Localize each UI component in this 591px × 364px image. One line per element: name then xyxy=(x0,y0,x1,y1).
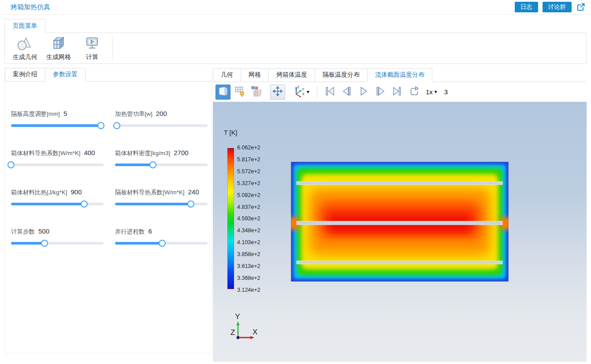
slider-value: 2700 xyxy=(174,149,188,156)
axis-label-z: Z xyxy=(230,328,235,337)
slider-label: 隔板高度调整[mm] xyxy=(11,111,60,117)
compute-monitor-icon xyxy=(83,36,101,53)
tab-parameter-settings[interactable]: 参数设置 xyxy=(45,68,85,82)
generate-mesh-button[interactable]: 生成网格 xyxy=(42,34,75,63)
fit-view-button[interactable] xyxy=(270,85,285,100)
play-icon xyxy=(357,85,370,99)
svg-text:Y: Y xyxy=(302,87,305,91)
ribbon-tabrow: 页面菜单 xyxy=(4,19,587,33)
tab-partition-temp[interactable]: 隔板温度分布 xyxy=(315,68,368,82)
colorbar-tick: 5.817e+2 xyxy=(237,157,260,163)
colorbar-tick: 3.613e+2 xyxy=(237,264,260,269)
svg-text:X: X xyxy=(302,92,305,96)
slider-thumb[interactable] xyxy=(41,240,48,247)
slider-parallel-processes: 并行进程数6 xyxy=(115,227,208,245)
mesh-view-button[interactable] xyxy=(232,85,247,100)
frame-number: 3 xyxy=(444,88,448,96)
chevron-down-icon: ▼ xyxy=(434,89,438,94)
loop-icon xyxy=(408,85,420,99)
app-header: 烤箱加热仿真 日志 讨论群 xyxy=(0,0,591,15)
slider-label: 隔板材料导热系数[W/m*K] xyxy=(115,189,185,196)
slider-box-specific-heat: 箱体材料比热[J/kg*K]900 xyxy=(11,188,115,205)
play-button[interactable] xyxy=(356,85,371,100)
slider-label: 加热管功率[w] xyxy=(115,111,152,117)
colorbar-title: T [K] xyxy=(224,129,237,136)
contour-view-icon xyxy=(250,85,263,99)
slider-label: 并行进程数 xyxy=(115,228,145,235)
slider-label: 箱体材料密度[kg/m3] xyxy=(115,150,170,156)
orientation-axes-button[interactable]: Z Y X ▼ xyxy=(291,85,312,100)
colorbar-tick: 5.082e+2 xyxy=(237,193,260,198)
solid-view-icon xyxy=(217,85,229,99)
solid-view-button[interactable] xyxy=(216,85,230,100)
tab-page-menu[interactable]: 页面菜单 xyxy=(4,19,45,33)
parameters-panel: 案例介绍 参数设置 隔板高度调整[mm]5 加热管功率[w]200 箱体材料导热… xyxy=(4,68,212,353)
loop-button[interactable] xyxy=(406,85,421,100)
slider-track[interactable] xyxy=(115,124,208,127)
slider-thumb[interactable] xyxy=(97,122,104,129)
discussion-button[interactable]: 讨论群 xyxy=(543,2,572,12)
slider-value: 200 xyxy=(156,110,167,117)
geometry-icon xyxy=(16,36,34,53)
slider-compute-steps: 计算步数500 xyxy=(11,227,115,245)
colorbar-tick: 3.858e+2 xyxy=(237,252,260,257)
contour-view-button[interactable] xyxy=(249,85,264,100)
ribbon-separator xyxy=(112,36,113,61)
speed-selector[interactable]: 1x ▼ xyxy=(426,88,438,96)
slider-box-conductivity: 箱体材料导热系数[W/m*K]400 xyxy=(11,149,115,166)
slider-track[interactable] xyxy=(11,163,104,166)
next-frame-button[interactable] xyxy=(373,85,388,100)
slider-track[interactable] xyxy=(115,203,208,205)
slider-thumb[interactable] xyxy=(81,201,88,208)
axis-label-x: X xyxy=(253,328,257,336)
slider-value: 6 xyxy=(149,227,152,235)
ribbon-action-label: 生成网格 xyxy=(46,53,71,61)
tab-geometry[interactable]: 几何 xyxy=(213,68,241,82)
visualization-panel: 几何 网格 烤箱体温度 隔板温度分布 流体截面温度分布 xyxy=(213,68,587,362)
slider-thumb[interactable] xyxy=(149,161,156,168)
fit-view-icon xyxy=(272,86,283,98)
log-button[interactable]: 日志 xyxy=(515,2,538,12)
ribbon-action-label: 生成几何 xyxy=(13,53,37,61)
colorbar-tick: 5.572e+2 xyxy=(237,169,260,175)
slider-value: 400 xyxy=(84,149,95,156)
colorbar-tick: 4.103e+2 xyxy=(237,240,260,245)
slider-partition-height: 隔板高度调整[mm]5 xyxy=(11,110,115,127)
temperature-heatmap xyxy=(291,162,509,282)
toolbar-separator xyxy=(317,86,317,98)
slider-thumb[interactable] xyxy=(187,201,194,208)
last-frame-icon xyxy=(391,85,403,99)
slider-track[interactable] xyxy=(115,242,208,245)
slider-track[interactable] xyxy=(11,203,104,205)
compute-button[interactable]: 计算 xyxy=(75,34,109,63)
mesh-cube-icon xyxy=(50,36,67,53)
last-frame-button[interactable] xyxy=(390,85,405,100)
slider-value: 900 xyxy=(71,188,82,196)
render-viewport[interactable]: T [K] 6.062e+2 5.817e+2 5.572e+2 5.327e+… xyxy=(213,102,587,362)
slider-thumb[interactable] xyxy=(113,122,120,129)
slider-thumb[interactable] xyxy=(159,240,166,247)
tab-mesh[interactable]: 网格 xyxy=(241,68,269,82)
ribbon-body: 生成几何 生成网格 xyxy=(4,33,587,64)
slider-track[interactable] xyxy=(11,242,104,245)
chevron-down-icon: ▼ xyxy=(306,89,310,94)
external-link-icon[interactable] xyxy=(576,2,586,12)
first-frame-button[interactable] xyxy=(323,85,338,100)
slider-thumb[interactable] xyxy=(7,161,15,168)
tab-case-intro[interactable]: 案例介绍 xyxy=(5,68,45,82)
prev-frame-button[interactable] xyxy=(339,85,354,100)
next-frame-icon xyxy=(374,85,387,99)
slider-track[interactable] xyxy=(115,163,208,166)
colorbar-tick: 3.124e+2 xyxy=(237,287,260,293)
prev-frame-icon xyxy=(341,85,353,99)
slider-track[interactable] xyxy=(11,124,104,127)
colorbar-tick: 4.593e+2 xyxy=(237,216,260,222)
colorbar-tick: 6.062e+2 xyxy=(237,145,260,151)
slider-label: 箱体材料导热系数[W/m*K] xyxy=(11,150,81,156)
ribbon-action-label: 计算 xyxy=(86,53,98,61)
viz-tabs: 几何 网格 烤箱体温度 隔板温度分布 流体截面温度分布 xyxy=(213,68,587,82)
tab-fluid-section-temp[interactable]: 流体截面温度分布 xyxy=(367,68,432,82)
colorbar-tick: 5.327e+2 xyxy=(237,181,260,186)
tab-oven-body-temp[interactable]: 烤箱体温度 xyxy=(268,68,315,82)
generate-geometry-button[interactable]: 生成几何 xyxy=(8,34,42,63)
